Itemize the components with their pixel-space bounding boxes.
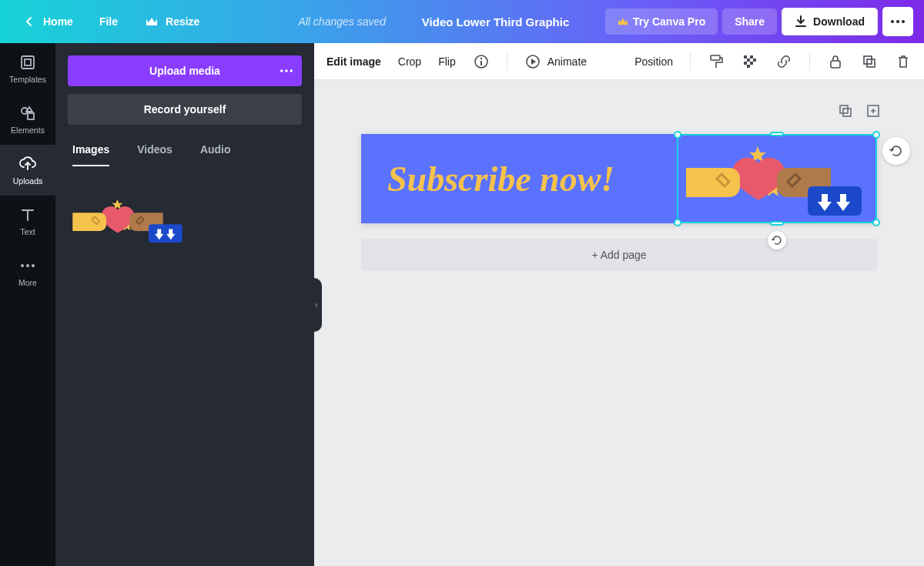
save-status: All changes saved bbox=[298, 15, 386, 28]
svg-rect-25 bbox=[744, 62, 747, 65]
svg-point-13 bbox=[280, 69, 283, 72]
svg-rect-28 bbox=[831, 61, 840, 68]
redo-button[interactable] bbox=[256, 14, 278, 29]
animate-icon bbox=[524, 53, 541, 70]
svg-point-5 bbox=[902, 20, 905, 23]
svg-rect-9 bbox=[28, 113, 34, 119]
add-page-button[interactable]: + Add page bbox=[361, 239, 877, 271]
shapes-icon bbox=[18, 104, 37, 122]
rail-text[interactable]: Text bbox=[0, 196, 55, 246]
resize-handle-br[interactable] bbox=[872, 219, 880, 226]
paint-roller-icon[interactable] bbox=[708, 53, 725, 70]
svg-rect-32 bbox=[843, 109, 851, 116]
svg-point-10 bbox=[21, 264, 24, 267]
duplicate-icon[interactable] bbox=[861, 53, 878, 70]
canvas-text[interactable]: Subscribe now! bbox=[387, 159, 614, 199]
svg-rect-21 bbox=[744, 55, 747, 59]
svg-point-11 bbox=[26, 264, 29, 267]
rail-uploads[interactable]: Uploads bbox=[0, 145, 55, 196]
file-button[interactable]: File bbox=[89, 9, 129, 34]
share-button[interactable]: Share bbox=[722, 8, 777, 35]
text-icon bbox=[18, 206, 37, 224]
refresh-icon bbox=[889, 144, 903, 158]
document-title[interactable]: Video Lower Third Graphic bbox=[390, 15, 601, 28]
resize-handle-top[interactable] bbox=[770, 132, 784, 136]
svg-rect-24 bbox=[753, 59, 756, 62]
svg-rect-29 bbox=[864, 56, 872, 64]
copy-page-icon[interactable] bbox=[838, 103, 855, 120]
rotate-handle[interactable] bbox=[768, 231, 786, 250]
rail-more[interactable]: More bbox=[0, 246, 55, 297]
position-button[interactable]: Position bbox=[634, 55, 673, 68]
svg-rect-31 bbox=[840, 105, 848, 113]
link-icon[interactable] bbox=[775, 53, 792, 70]
rail-templates[interactable]: Templates bbox=[0, 43, 55, 94]
svg-rect-23 bbox=[747, 59, 750, 62]
lock-icon[interactable] bbox=[827, 53, 844, 70]
crop-button[interactable]: Crop bbox=[398, 55, 421, 68]
stage[interactable]: Subscribe now! + Add page bbox=[314, 80, 924, 566]
add-page-icon[interactable] bbox=[865, 103, 882, 120]
flip-button[interactable]: Flip bbox=[438, 55, 456, 68]
tab-videos[interactable]: Videos bbox=[137, 143, 172, 166]
svg-point-14 bbox=[285, 69, 288, 72]
svg-rect-22 bbox=[750, 55, 753, 59]
resize-handle-tl[interactable] bbox=[674, 131, 681, 139]
transparency-icon[interactable] bbox=[742, 53, 758, 70]
svg-rect-18 bbox=[480, 61, 482, 65]
animate-button[interactable]: Animate bbox=[524, 53, 587, 70]
try-pro-button[interactable]: Try Canva Pro bbox=[605, 8, 718, 35]
chevron-left-icon bbox=[22, 14, 37, 29]
resize-button[interactable]: Resize bbox=[133, 8, 210, 35]
svg-rect-26 bbox=[750, 62, 753, 65]
svg-point-17 bbox=[480, 57, 482, 59]
tab-audio[interactable]: Audio bbox=[200, 143, 231, 166]
crown-icon bbox=[618, 17, 628, 26]
svg-point-4 bbox=[896, 20, 899, 23]
upload-thumbnail[interactable] bbox=[68, 185, 191, 254]
svg-rect-7 bbox=[25, 59, 31, 65]
svg-point-12 bbox=[32, 264, 35, 267]
more-menu-button[interactable] bbox=[882, 7, 913, 36]
info-icon[interactable] bbox=[473, 53, 490, 70]
resize-handle-tr[interactable] bbox=[872, 131, 880, 139]
regenerate-button[interactable] bbox=[882, 137, 910, 165]
svg-rect-20 bbox=[711, 55, 720, 60]
selection-box[interactable] bbox=[677, 134, 877, 223]
templates-icon bbox=[18, 53, 37, 72]
svg-rect-30 bbox=[867, 59, 875, 67]
edit-image-button[interactable]: Edit image bbox=[326, 55, 381, 68]
svg-point-15 bbox=[290, 69, 293, 72]
context-toolbar: Edit image Crop Flip Animate Position bbox=[314, 43, 924, 80]
resize-handle-bottom[interactable] bbox=[770, 221, 784, 226]
left-rail: Templates Elements Uploads Text More bbox=[0, 43, 55, 566]
canvas-area: Edit image Crop Flip Animate Position bbox=[314, 43, 924, 566]
svg-point-3 bbox=[891, 20, 894, 23]
svg-rect-27 bbox=[747, 65, 750, 68]
download-button[interactable]: Download bbox=[782, 8, 878, 35]
record-yourself-button[interactable]: Record yourself bbox=[68, 94, 302, 125]
top-header: Home File Resize All changes saved Video… bbox=[0, 0, 924, 43]
cloud-upload-icon bbox=[18, 155, 37, 173]
home-label: Home bbox=[43, 15, 73, 28]
page-controls bbox=[838, 103, 882, 120]
dots-horizontal-icon[interactable] bbox=[280, 69, 293, 72]
canvas-page[interactable]: Subscribe now! bbox=[361, 134, 877, 223]
tab-images[interactable]: Images bbox=[72, 143, 109, 166]
panel-tabs: Images Videos Audio bbox=[68, 132, 302, 166]
rail-elements[interactable]: Elements bbox=[0, 94, 55, 145]
home-button[interactable]: Home bbox=[11, 8, 84, 35]
dots-horizontal-icon bbox=[891, 20, 905, 23]
crown-icon bbox=[144, 14, 159, 29]
undo-button[interactable] bbox=[230, 14, 252, 29]
trash-icon[interactable] bbox=[895, 53, 912, 70]
upload-media-button[interactable]: Upload media bbox=[68, 55, 302, 86]
svg-rect-6 bbox=[22, 56, 34, 69]
uploads-panel: Upload media Record yourself Images Vide… bbox=[55, 43, 314, 566]
dots-horizontal-icon bbox=[18, 256, 37, 275]
download-icon bbox=[795, 15, 807, 28]
resize-handle-bl[interactable] bbox=[674, 219, 681, 226]
